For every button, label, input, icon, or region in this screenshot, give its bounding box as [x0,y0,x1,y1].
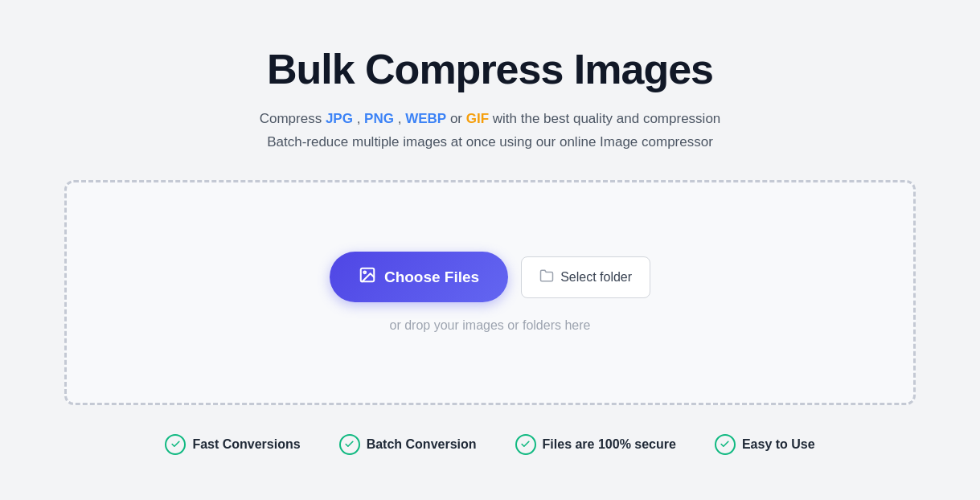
feature-secure: Files are 100% secure [515,434,676,455]
format-jpg: JPG [326,111,353,126]
feature-batch-label: Batch Conversion [367,437,477,452]
subtitle-line2: Batch-reduce multiple images at once usi… [267,134,713,150]
subtitle-text-before: Compress [260,111,326,126]
button-row: Choose Files Select folder [330,252,650,302]
image-upload-icon [359,266,376,288]
page-title: Bulk Compress Images [64,45,916,93]
drop-hint-text: or drop your images or folders here [390,318,591,333]
feature-fast-conversions: Fast Conversions [165,434,300,455]
choose-files-button[interactable]: Choose Files [330,252,508,302]
select-folder-button[interactable]: Select folder [521,256,650,298]
feature-easy-label: Easy to Use [742,437,815,452]
page-container: Bulk Compress Images Compress JPG , PNG … [0,13,980,487]
drop-zone[interactable]: Choose Files Select folder or drop your … [64,180,916,405]
feature-fast-label: Fast Conversions [192,437,300,452]
check-icon-easy [715,434,736,455]
choose-files-label: Choose Files [384,268,479,286]
check-icon-fast [165,434,186,455]
features-row: Fast Conversions Batch Conversion Files … [64,434,916,455]
svg-point-1 [363,272,366,274]
feature-easy-to-use: Easy to Use [715,434,815,455]
feature-secure-label: Files are 100% secure [543,437,676,452]
check-icon-secure [515,434,536,455]
format-webp: WEBP [405,111,446,126]
folder-icon [539,268,554,286]
format-png: PNG [364,111,394,126]
feature-batch-conversion: Batch Conversion [339,434,477,455]
check-icon-batch [339,434,360,455]
select-folder-label: Select folder [560,270,632,285]
page-subtitle: Compress JPG , PNG , WEBP or GIF with th… [64,108,916,154]
format-gif: GIF [466,111,489,126]
